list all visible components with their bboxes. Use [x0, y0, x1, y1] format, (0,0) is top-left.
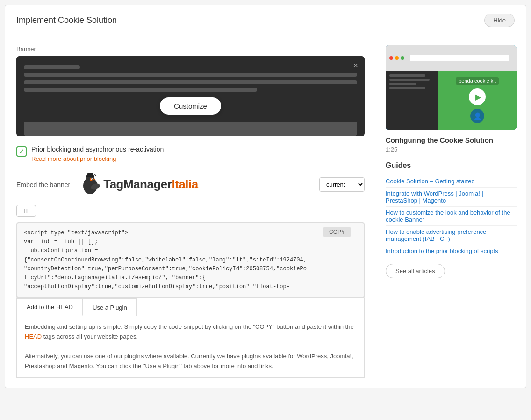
prior-blocking-title: Prior blocking and asynchronous re-activ…: [31, 145, 164, 153]
tab-add-to-head[interactable]: Add to the HEAD: [17, 298, 83, 316]
tabs-row: Add to the HEAD Use a Plugin: [17, 298, 364, 316]
guide-link-3[interactable]: How to enable advertising preference man…: [386, 226, 517, 245]
play-icon: ▶: [475, 93, 481, 101]
page-title: Implement Cookie Solution: [16, 15, 117, 25]
video-thumbnail[interactable]: benda cookie kit ▶ 👤: [386, 45, 517, 130]
copy-button[interactable]: COPY: [323, 227, 351, 237]
hide-button[interactable]: Hide: [484, 14, 515, 27]
banner-close-icon[interactable]: ×: [353, 61, 358, 71]
checkmark-icon: ✓: [19, 148, 24, 155]
play-button[interactable]: ▶: [469, 88, 486, 105]
banner-preview: × Customize: [16, 56, 365, 136]
version-select[interactable]: current: [319, 177, 365, 192]
tabs-container: Add to the HEAD Use a Plugin Embedding a…: [16, 298, 365, 378]
banner-line-short: [24, 65, 80, 69]
prior-blocking-row: ✓ Prior blocking and asynchronous re-act…: [16, 145, 365, 162]
prior-blocking-text: Prior blocking and asynchronous re-activ…: [31, 145, 164, 162]
page-header: Implement Cookie Solution Hide: [5, 5, 526, 36]
tab-content: Embedding and setting up is simple. Simp…: [17, 316, 364, 378]
logo-text-orange: Italia: [172, 177, 198, 191]
code-section: COPY <script type="text/javascript"> var…: [16, 222, 365, 298]
page-wrapper: Implement Cookie Solution Hide Banner × …: [5, 5, 526, 388]
svg-point-4: [92, 179, 93, 180]
right-panel: benda cookie kit ▶ 👤 Configuring the Coo…: [376, 36, 526, 388]
banner-bottom: [24, 122, 357, 136]
logo-text: TagManagerItalia: [103, 177, 198, 192]
video-title: Configuring the Cookie Solution: [386, 136, 517, 144]
guides-title: Guides: [386, 161, 517, 170]
bird-icon: [78, 172, 103, 197]
video-duration: 1:25: [386, 146, 517, 153]
code-area: <script type="text/javascript"> var _iub…: [17, 223, 364, 297]
main-content: Banner × Customize ✓ Prior blocking a: [5, 36, 526, 388]
banner-lines: [24, 65, 357, 92]
banner-customize-button[interactable]: Customize: [160, 97, 221, 115]
banner-line-long2: [24, 80, 357, 84]
banner-label: Banner: [16, 45, 365, 52]
tab-use-plugin[interactable]: Use a Plugin: [83, 298, 137, 316]
code-wrapper: COPY <script type="text/javascript"> var…: [17, 223, 364, 297]
head-link[interactable]: HEAD: [25, 333, 42, 340]
person-icon: 👤: [474, 112, 481, 120]
banner-line-medium: [24, 88, 257, 92]
embed-row: Embed the banner: [16, 172, 365, 197]
banner-line-long1: [24, 73, 357, 77]
guide-link-1[interactable]: Integrate with WordPress | Joomla! | Pre…: [386, 188, 517, 207]
see-all-articles-button[interactable]: See all articles: [386, 264, 445, 278]
video-overlay-text: benda cookie kit: [456, 77, 499, 85]
left-panel: Banner × Customize ✓ Prior blocking a: [5, 36, 376, 388]
prior-blocking-checkbox[interactable]: ✓: [16, 146, 27, 157]
guide-link-4[interactable]: Introduction to the prior blocking of sc…: [386, 245, 517, 257]
guide-link-2[interactable]: How to customize the look and behavior o…: [386, 207, 517, 226]
svg-rect-6: [87, 173, 93, 176]
embed-label: Embed the banner: [16, 181, 70, 188]
prior-blocking-link[interactable]: Read more about prior blocking: [31, 155, 116, 162]
guide-link-0[interactable]: Cookie Solution – Getting started: [386, 175, 517, 188]
tab-description: Embedding and setting up is simple. Simp…: [25, 322, 356, 371]
tag-manager-italia-logo: TagManagerItalia: [78, 172, 198, 197]
logo-text-black: TagManager: [103, 177, 172, 191]
language-badge: IT: [16, 205, 36, 217]
avatar-icon: 👤: [470, 109, 484, 123]
